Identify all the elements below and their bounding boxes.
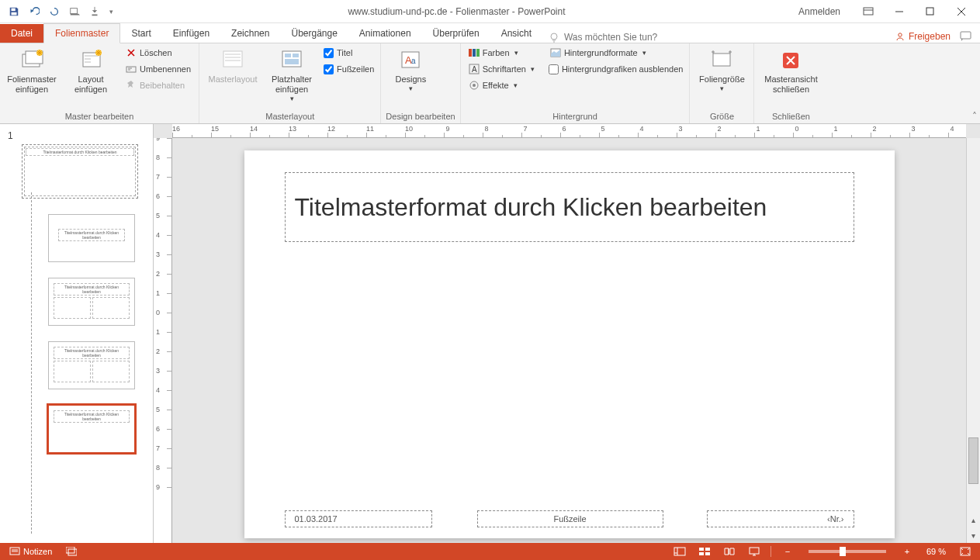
tab-ansicht[interactable]: Ansicht [490,24,542,43]
collapse-ribbon-icon[interactable]: ˄ [972,111,977,122]
insert-placeholder-button[interactable]: Platzhalter einfügen▾ [266,45,317,106]
zoom-knob[interactable] [840,547,846,556]
svg-rect-34 [68,549,77,555]
svg-rect-30 [713,54,730,66]
footers-checkbox[interactable]: Fußzeilen [322,61,376,77]
canvas[interactable]: Titelmasterformat durch Klicken bearbeit… [172,138,966,543]
next-slide-icon[interactable]: ▾ [967,527,980,543]
insert-layout-button[interactable]: Layout einfügen [64,45,118,98]
redo-icon[interactable] [45,2,64,21]
svg-rect-23 [473,49,476,57]
pin-icon [126,80,137,91]
status-bar: Notizen − + 69 % [0,543,980,560]
effects-button[interactable]: Effekte▾ [466,78,538,93]
fit-to-window-icon[interactable] [957,544,974,558]
insert-slidemaster-button[interactable]: Folienmaster einfügen [5,45,59,98]
footer-placeholder[interactable]: Fußzeile [477,510,663,527]
slide[interactable]: Titelmasterformat durch Klicken bearbeit… [244,150,895,538]
fonts-icon: A [469,64,480,74]
tell-me-search[interactable] [549,32,680,43]
touch-mode-icon[interactable] [85,2,104,21]
svg-rect-13 [126,67,136,72]
tab-einfuegen[interactable]: Einfügen [162,24,220,43]
layout-thumbnail-3[interactable]: Titelmasterformat durch Klicken bearbeit… [48,341,135,389]
masterlayout-button: Masterlayout [204,45,261,88]
svg-point-28 [473,84,476,87]
slide-nav-buttons: ▴ ▾ [966,512,980,543]
vertical-scrollbar[interactable] [966,138,980,512]
delete-button[interactable]: Löschen [123,45,194,60]
slide-size-button[interactable]: Foliengröße▾ [694,45,749,96]
zoom-level[interactable]: 69 % [923,547,949,556]
tab-file[interactable]: Datei [0,24,43,43]
comments-icon[interactable] [960,30,972,43]
master-thumbnail[interactable]: Titelmasterformat durch Klicken bearbeit… [22,144,138,199]
group-hintergrund: Farben▾ ASchriftarten▾ Effekte▾ Hintergr… [461,43,691,123]
hide-bg-checkbox[interactable]: Hintergrundgrafiken ausblenden [547,61,685,77]
undo-icon[interactable] [25,2,43,21]
svg-point-6 [899,33,902,36]
tab-zeichnen[interactable]: Zeichnen [220,24,280,43]
vertical-ruler[interactable]: 9876543210123456789 [154,138,172,543]
effects-icon [469,80,480,91]
title-checkbox[interactable]: Titel [322,45,376,60]
svg-rect-40 [750,548,759,554]
svg-rect-1 [12,12,17,15]
delete-icon [126,47,137,58]
svg-rect-18 [285,59,299,64]
thumbnail-pane[interactable]: 1 Titelmasterformat durch Klicken bearbe… [0,124,154,543]
tab-animationen[interactable]: Animationen [348,24,422,43]
layout-thumbnail-2[interactable]: Titelmasterformat durch Klicken bearbeit… [48,278,135,326]
close-master-button[interactable]: Masteransicht schließen [759,45,822,98]
tab-folienmaster[interactable]: Folienmaster [43,23,120,43]
sign-in-link[interactable]: Anmelden [792,3,847,20]
designs-button[interactable]: Aa Designs▾ [386,45,435,96]
qat-customize-icon[interactable]: ▾ [106,2,116,21]
slide-edit-area: 1615141312111098765432101234567891011121… [154,124,980,543]
start-from-beginning-icon[interactable] [65,2,84,21]
minimize-icon[interactable] [884,1,915,22]
tab-ueberpruefen[interactable]: Überprüfen [422,24,490,43]
prev-slide-icon[interactable]: ▴ [967,512,980,527]
slidenumber-placeholder[interactable]: ‹Nr.› [707,510,854,527]
notes-button[interactable]: Notizen [6,544,55,558]
ribbon-tabs: Datei Folienmaster Start Einfügen Zeichn… [0,23,980,43]
background-formats-button[interactable]: Hintergrundformate▾ [547,45,685,60]
svg-text:A: A [472,65,477,74]
svg-rect-14 [223,51,242,67]
date-placeholder[interactable]: 01.03.2017 [285,510,432,527]
sorter-view-icon[interactable] [696,544,713,558]
svg-rect-7 [961,32,971,39]
main-area: 1 Titelmasterformat durch Klicken bearbe… [0,124,980,543]
tab-start[interactable]: Start [120,24,161,43]
tell-me-input[interactable] [564,32,680,43]
svg-text:a: a [411,57,416,65]
fonts-button[interactable]: ASchriftarten▾ [466,61,538,77]
comments-status-icon[interactable] [63,544,80,558]
svg-rect-33 [66,547,74,553]
horizontal-ruler[interactable]: 1615141312111098765432101234567891011121… [172,124,966,138]
colors-button[interactable]: Farben▾ [466,45,538,60]
scrollbar-thumb[interactable] [968,437,978,484]
share-button[interactable]: Freigeben [895,31,951,42]
normal-view-icon[interactable] [671,544,688,558]
zoom-in-icon[interactable]: + [899,544,916,558]
reading-view-icon[interactable] [721,544,738,558]
zoom-out-icon[interactable]: − [779,544,796,558]
close-icon[interactable] [946,1,977,22]
layout-thumbnail-1[interactable]: Titelmasterformat durch Klicken bearbeit… [48,214,135,262]
preserve-button: Beibehalten [123,78,194,93]
quick-access-toolbar: ▾ [0,2,121,21]
save-icon[interactable] [5,2,23,21]
tab-uebergaenge[interactable]: Übergänge [280,24,348,43]
rename-button[interactable]: Umbenennen [123,61,194,77]
rename-icon [126,64,137,74]
svg-rect-37 [705,548,710,551]
ribbon-display-icon[interactable] [853,1,884,22]
maximize-icon[interactable] [915,1,946,22]
title-placeholder[interactable]: Titelmasterformat durch Klicken bearbeit… [285,172,854,242]
zoom-slider[interactable] [809,550,886,553]
svg-rect-24 [476,49,480,57]
slideshow-view-icon[interactable] [746,544,763,558]
layout-thumbnail-4-selected[interactable]: Titelmasterformat durch Klicken bearbeit… [48,405,135,453]
